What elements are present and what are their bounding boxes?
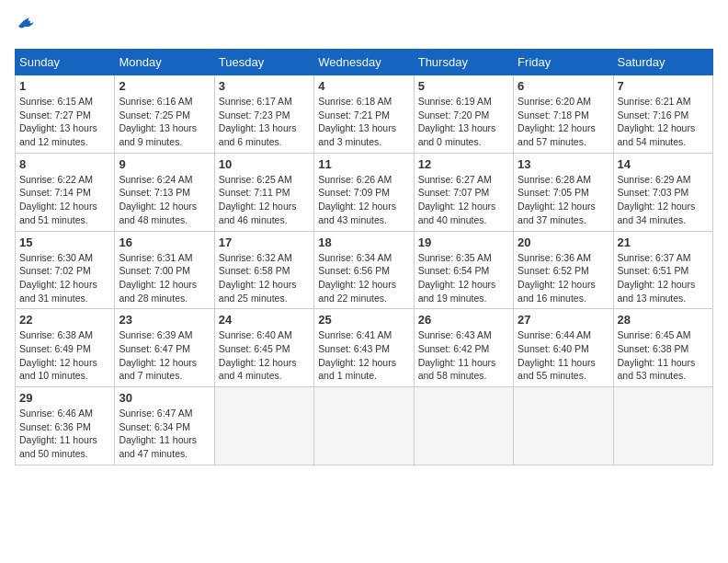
calendar-cell: 10Sunrise: 6:25 AMSunset: 7:11 PMDayligh…	[214, 153, 313, 231]
day-number: 17	[219, 236, 310, 249]
weekday-header-tuesday: Tuesday	[214, 50, 313, 75]
day-info: Sunrise: 6:41 AMSunset: 6:43 PMDaylight:…	[318, 328, 409, 383]
day-info: Sunrise: 6:24 AMSunset: 7:13 PMDaylight:…	[119, 173, 210, 227]
day-info: Sunrise: 6:44 AMSunset: 6:40 PMDaylight:…	[518, 328, 609, 383]
day-number: 28	[618, 313, 709, 327]
day-number: 6	[518, 79, 609, 93]
day-number: 5	[418, 79, 509, 93]
calendar-cell	[314, 387, 414, 465]
day-number: 11	[318, 157, 409, 171]
calendar-cell: 19Sunrise: 6:35 AMSunset: 6:54 PMDayligh…	[414, 231, 513, 309]
day-number: 4	[318, 79, 409, 93]
weekday-header-row: SundayMondayTuesdayWednesdayThursdayFrid…	[16, 50, 713, 75]
calendar-cell: 7Sunrise: 6:21 AMSunset: 7:16 PMDaylight…	[613, 75, 712, 154]
calendar-cell: 5Sunrise: 6:19 AMSunset: 7:20 PMDaylight…	[414, 75, 513, 154]
calendar-cell: 20Sunrise: 6:36 AMSunset: 6:52 PMDayligh…	[514, 231, 613, 309]
calendar-cell: 11Sunrise: 6:26 AMSunset: 7:09 PMDayligh…	[314, 153, 414, 231]
day-info: Sunrise: 6:15 AMSunset: 7:27 PMDaylight:…	[19, 95, 110, 149]
day-info: Sunrise: 6:39 AMSunset: 6:47 PMDaylight:…	[119, 328, 210, 383]
calendar-week-row: 29Sunrise: 6:46 AMSunset: 6:36 PMDayligh…	[16, 387, 713, 465]
calendar-cell: 3Sunrise: 6:17 AMSunset: 7:23 PMDaylight…	[214, 75, 313, 154]
day-info: Sunrise: 6:35 AMSunset: 6:54 PMDaylight:…	[418, 251, 509, 305]
day-info: Sunrise: 6:28 AMSunset: 7:05 PMDaylight:…	[518, 173, 609, 227]
day-number: 25	[318, 313, 409, 327]
weekday-header-wednesday: Wednesday	[314, 50, 414, 75]
day-number: 2	[119, 79, 210, 93]
calendar-cell: 27Sunrise: 6:44 AMSunset: 6:40 PMDayligh…	[514, 309, 613, 387]
calendar-cell: 16Sunrise: 6:31 AMSunset: 7:00 PMDayligh…	[115, 231, 214, 309]
day-number: 9	[119, 157, 210, 171]
calendar-cell	[414, 387, 513, 465]
calendar-cell: 22Sunrise: 6:38 AMSunset: 6:49 PMDayligh…	[16, 309, 115, 387]
day-info: Sunrise: 6:21 AMSunset: 7:16 PMDaylight:…	[618, 95, 709, 149]
day-number: 30	[119, 391, 210, 405]
calendar-cell: 29Sunrise: 6:46 AMSunset: 6:36 PMDayligh…	[16, 387, 115, 465]
day-number: 8	[19, 157, 110, 171]
weekday-header-sunday: Sunday	[16, 50, 115, 75]
day-number: 19	[418, 236, 509, 249]
calendar-cell: 25Sunrise: 6:41 AMSunset: 6:43 PMDayligh…	[314, 309, 414, 387]
day-number: 10	[219, 157, 310, 171]
calendar-week-row: 8Sunrise: 6:22 AMSunset: 7:14 PMDaylight…	[16, 153, 713, 231]
weekday-header-monday: Monday	[115, 50, 214, 75]
day-number: 29	[19, 391, 110, 405]
day-number: 26	[418, 313, 509, 327]
weekday-header-thursday: Thursday	[414, 50, 513, 75]
day-info: Sunrise: 6:27 AMSunset: 7:07 PMDaylight:…	[418, 173, 509, 227]
day-info: Sunrise: 6:26 AMSunset: 7:09 PMDaylight:…	[318, 173, 409, 227]
calendar-cell: 28Sunrise: 6:45 AMSunset: 6:38 PMDayligh…	[613, 309, 712, 387]
day-info: Sunrise: 6:25 AMSunset: 7:11 PMDaylight:…	[219, 173, 310, 227]
calendar-cell: 13Sunrise: 6:28 AMSunset: 7:05 PMDayligh…	[514, 153, 613, 231]
day-info: Sunrise: 6:31 AMSunset: 7:00 PMDaylight:…	[119, 251, 210, 305]
day-number: 1	[19, 79, 110, 93]
page-header	[15, 15, 713, 38]
calendar-table: SundayMondayTuesdayWednesdayThursdayFrid…	[15, 49, 713, 465]
day-number: 16	[119, 236, 210, 249]
calendar-cell: 4Sunrise: 6:18 AMSunset: 7:21 PMDaylight…	[314, 75, 414, 154]
day-info: Sunrise: 6:43 AMSunset: 6:42 PMDaylight:…	[418, 328, 509, 383]
day-info: Sunrise: 6:18 AMSunset: 7:21 PMDaylight:…	[318, 95, 409, 149]
day-number: 22	[19, 313, 110, 327]
calendar-cell: 2Sunrise: 6:16 AMSunset: 7:25 PMDaylight…	[115, 75, 214, 154]
day-info: Sunrise: 6:29 AMSunset: 7:03 PMDaylight:…	[618, 173, 709, 227]
calendar-cell: 21Sunrise: 6:37 AMSunset: 6:51 PMDayligh…	[613, 231, 712, 309]
day-info: Sunrise: 6:38 AMSunset: 6:49 PMDaylight:…	[19, 328, 110, 383]
day-info: Sunrise: 6:37 AMSunset: 6:51 PMDaylight:…	[618, 251, 709, 305]
logo-bird-icon	[15, 13, 37, 31]
calendar-cell: 17Sunrise: 6:32 AMSunset: 6:58 PMDayligh…	[214, 231, 313, 309]
calendar-cell: 15Sunrise: 6:30 AMSunset: 7:02 PMDayligh…	[16, 231, 115, 309]
day-info: Sunrise: 6:17 AMSunset: 7:23 PMDaylight:…	[219, 95, 310, 149]
day-info: Sunrise: 6:46 AMSunset: 6:36 PMDaylight:…	[19, 407, 110, 461]
calendar-cell	[514, 387, 613, 465]
day-info: Sunrise: 6:47 AMSunset: 6:34 PMDaylight:…	[119, 407, 210, 461]
calendar-cell: 26Sunrise: 6:43 AMSunset: 6:42 PMDayligh…	[414, 309, 513, 387]
day-number: 20	[518, 236, 609, 249]
calendar-cell: 6Sunrise: 6:20 AMSunset: 7:18 PMDaylight…	[514, 75, 613, 154]
day-info: Sunrise: 6:32 AMSunset: 6:58 PMDaylight:…	[219, 251, 310, 305]
day-number: 23	[119, 313, 210, 327]
day-info: Sunrise: 6:19 AMSunset: 7:20 PMDaylight:…	[418, 95, 509, 149]
day-number: 3	[219, 79, 310, 93]
day-number: 24	[219, 313, 310, 327]
weekday-header-saturday: Saturday	[613, 50, 712, 75]
calendar-cell: 12Sunrise: 6:27 AMSunset: 7:07 PMDayligh…	[414, 153, 513, 231]
day-info: Sunrise: 6:20 AMSunset: 7:18 PMDaylight:…	[518, 95, 609, 149]
calendar-cell: 8Sunrise: 6:22 AMSunset: 7:14 PMDaylight…	[16, 153, 115, 231]
day-info: Sunrise: 6:36 AMSunset: 6:52 PMDaylight:…	[518, 251, 609, 305]
calendar-cell: 30Sunrise: 6:47 AMSunset: 6:34 PMDayligh…	[115, 387, 214, 465]
day-info: Sunrise: 6:34 AMSunset: 6:56 PMDaylight:…	[318, 251, 409, 305]
calendar-cell: 23Sunrise: 6:39 AMSunset: 6:47 PMDayligh…	[115, 309, 214, 387]
calendar-cell: 9Sunrise: 6:24 AMSunset: 7:13 PMDaylight…	[115, 153, 214, 231]
logo	[15, 15, 37, 38]
calendar-week-row: 15Sunrise: 6:30 AMSunset: 7:02 PMDayligh…	[16, 231, 713, 309]
day-number: 7	[618, 79, 709, 93]
calendar-cell: 14Sunrise: 6:29 AMSunset: 7:03 PMDayligh…	[613, 153, 712, 231]
day-info: Sunrise: 6:45 AMSunset: 6:38 PMDaylight:…	[618, 328, 709, 383]
day-number: 21	[618, 236, 709, 249]
calendar-cell: 18Sunrise: 6:34 AMSunset: 6:56 PMDayligh…	[314, 231, 414, 309]
calendar-cell: 1Sunrise: 6:15 AMSunset: 7:27 PMDaylight…	[16, 75, 115, 154]
day-info: Sunrise: 6:16 AMSunset: 7:25 PMDaylight:…	[119, 95, 210, 149]
calendar-cell: 24Sunrise: 6:40 AMSunset: 6:45 PMDayligh…	[214, 309, 313, 387]
day-info: Sunrise: 6:40 AMSunset: 6:45 PMDaylight:…	[219, 328, 310, 383]
calendar-cell	[613, 387, 712, 465]
